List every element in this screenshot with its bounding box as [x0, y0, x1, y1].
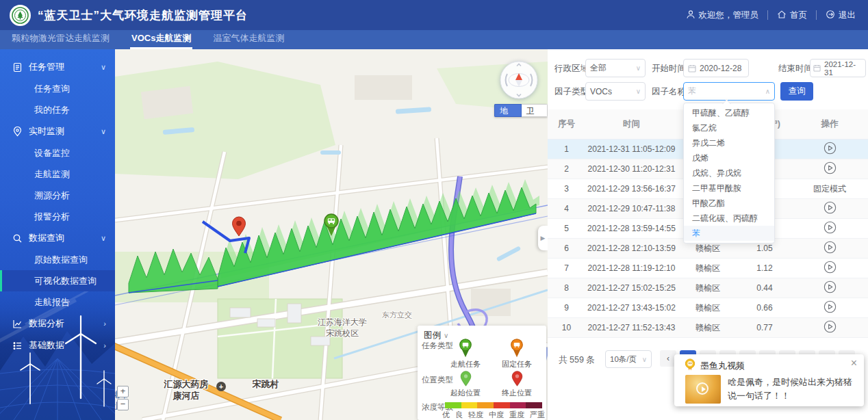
play-button[interactable] [824, 161, 837, 174]
factor-option[interactable]: 甲硫醚、乙硫醇 [684, 105, 774, 120]
tab-module-1[interactable]: VOCs走航监测 [130, 32, 192, 49]
basemap-satellite-button[interactable]: 卫星 [522, 104, 548, 117]
position-pin-icon [446, 371, 485, 388]
end-position-pin[interactable] [231, 216, 246, 239]
sidebar-group-3[interactable]: 数据分析› [0, 313, 115, 334]
search-button[interactable]: 查询 [780, 82, 813, 101]
table-cell: 2021-12-27 15:02-15:25 [585, 283, 678, 293]
patrol-task-pin[interactable] [323, 213, 340, 239]
factor-option[interactable]: 戊烯 [684, 150, 774, 166]
close-icon[interactable]: × [851, 357, 857, 369]
task-pin-icon [498, 339, 536, 359]
play-button[interactable] [824, 261, 837, 274]
sidebar-group-0[interactable]: 任务管理∨ [0, 56, 115, 78]
sidebar-item[interactable]: 我的任务 [0, 99, 115, 120]
table-cell: 赣榆区 [678, 302, 738, 314]
scale-label: 轻度 [468, 410, 483, 420]
ad-popup: 墨鱼丸视频 × 啥是佩奇，是时候站出来为猪猪说一句话了！！ [674, 354, 864, 406]
scale-segment [461, 402, 478, 408]
chevron-right-icon: › [103, 341, 106, 350]
sidebar-group-1[interactable]: 实时监测∨ [0, 120, 115, 142]
zoom-in-button[interactable]: + [117, 386, 129, 397]
sidebar-group-4[interactable]: 基础数据› [0, 334, 115, 356]
page-title: “蓝天卫士”大气环境走航监测管理平台 [38, 8, 248, 23]
sidebar-group-label: 数据分析 [29, 317, 64, 330]
factor-option[interactable]: 二硫化碳、丙硫醇 [684, 211, 774, 226]
zoom-out-button[interactable]: − [117, 399, 129, 410]
map-compass[interactable] [498, 60, 539, 101]
play-button[interactable] [824, 241, 837, 254]
operation-cell: 固定模式 [791, 183, 868, 195]
sidebar-item[interactable]: 走航报告 [0, 291, 115, 313]
divider [767, 10, 768, 20]
start-date-input[interactable]: 2020-12-28 [683, 59, 749, 77]
sidebar-group-2[interactable]: 数据查询∨ [0, 227, 115, 249]
region-select[interactable]: 全部∨ [585, 59, 646, 77]
logout-icon [826, 10, 835, 21]
tab-module-2[interactable]: 温室气体走航监测 [212, 32, 285, 49]
welcome-user[interactable]: 欢迎您，管理员 [686, 10, 759, 21]
play-button[interactable] [824, 221, 837, 234]
medal-icon [684, 358, 696, 374]
operation-cell [791, 142, 868, 157]
table-cell: 0.66 [738, 303, 791, 313]
chevron-down-icon: ∨ [642, 356, 647, 363]
platform-logo-icon [10, 5, 31, 26]
play-button[interactable] [824, 201, 837, 214]
sidebar-item[interactable]: 走航监测 [0, 163, 115, 185]
map-area[interactable]: 江苏海洋大学宋跳校区东方立交汇源大药房康河店宋跳村港市小学 + 地图 [115, 49, 548, 420]
operation-cell [791, 280, 868, 296]
basemap-map-button[interactable]: 地图 [494, 104, 522, 117]
operation-cell [791, 201, 868, 216]
operation-cell [791, 161, 868, 176]
home-link[interactable]: 首页 [777, 10, 807, 21]
legend-item: 起始位置 [446, 371, 485, 398]
factor-option[interactable]: 二甲基甲酰胺 [684, 181, 774, 196]
logout-button[interactable]: 退出 [826, 10, 856, 21]
location-icon [12, 127, 23, 137]
pagination-total: 共 559 条 [559, 354, 595, 366]
table-cell: 1.12 [738, 263, 791, 273]
table-cell: 2021-12-29 10:47-11:38 [585, 204, 678, 213]
factor-type-select[interactable]: VOCs∨ [585, 82, 646, 101]
factor-option[interactable]: 戊烷、异戊烷 [684, 166, 774, 181]
sidebar-menu: 任务管理∨任务查询我的任务实时监测∨设备监控走航监测溯源分析报警分析数据查询∨原… [0, 49, 115, 356]
operation-cell [791, 261, 868, 276]
table-cell: 赣榆区 [678, 322, 738, 334]
search-icon [12, 233, 23, 244]
play-button[interactable] [824, 280, 837, 293]
sidebar-item[interactable]: 任务查询 [0, 78, 115, 99]
panel-collapse-handle[interactable]: ▶ [538, 226, 548, 250]
play-button[interactable] [824, 300, 837, 313]
map-label: 东方立交 [382, 310, 412, 319]
factor-option[interactable]: 氯乙烷 [684, 120, 774, 135]
sidebar-item[interactable]: 设备监控 [0, 142, 115, 163]
play-button[interactable] [824, 320, 837, 333]
chevron-down-icon: ∨ [101, 63, 106, 72]
ad-video-thumbnail[interactable] [685, 375, 721, 404]
table-row[interactable]: 72021-12-28 11:19-12:10赣榆区1.12 [548, 259, 868, 278]
factor-option[interactable]: 甲酸乙酯 [684, 196, 774, 211]
chevron-down-icon: ∨ [101, 127, 106, 136]
table-row[interactable]: 82021-12-27 15:02-15:25赣榆区0.44 [548, 278, 868, 298]
play-button[interactable] [824, 142, 837, 155]
sidebar-item[interactable]: 原始数据查询 [0, 249, 115, 270]
scale-segment [477, 402, 494, 408]
factor-option[interactable]: 苯 [684, 226, 774, 241]
table-cell: 8 [548, 283, 585, 293]
table-row[interactable]: 102021-12-27 11:52-13:43赣榆区0.77 [548, 318, 868, 338]
sidebar-item[interactable]: 溯源分析 [0, 185, 115, 206]
map-label-line: 东方立交 [382, 310, 412, 319]
factor-option[interactable]: 异戊二烯 [684, 135, 774, 150]
map-label-line: 宋跳村 [253, 379, 279, 391]
concentration-scale-labels: 优良轻度中度重度严重 [442, 410, 545, 420]
tab-module-0[interactable]: 颗粒物激光雷达走航监测 [10, 32, 111, 49]
sidebar-item[interactable]: 可视化数据查询 [0, 270, 115, 291]
chevron-right-icon: › [103, 319, 106, 328]
factor-name-select[interactable]: 苯∧ [683, 82, 775, 101]
table-row[interactable]: 92021-12-27 13:43-15:02赣榆区0.66 [548, 298, 868, 318]
sidebar: 任务管理∨任务查询我的任务实时监测∨设备监控走航监测溯源分析报警分析数据查询∨原… [0, 49, 115, 420]
sidebar-item[interactable]: 报警分析 [0, 206, 115, 227]
end-date-input[interactable]: 2021-12-31 [810, 59, 866, 77]
page-size-select[interactable]: 10条/页∨ [605, 350, 652, 368]
